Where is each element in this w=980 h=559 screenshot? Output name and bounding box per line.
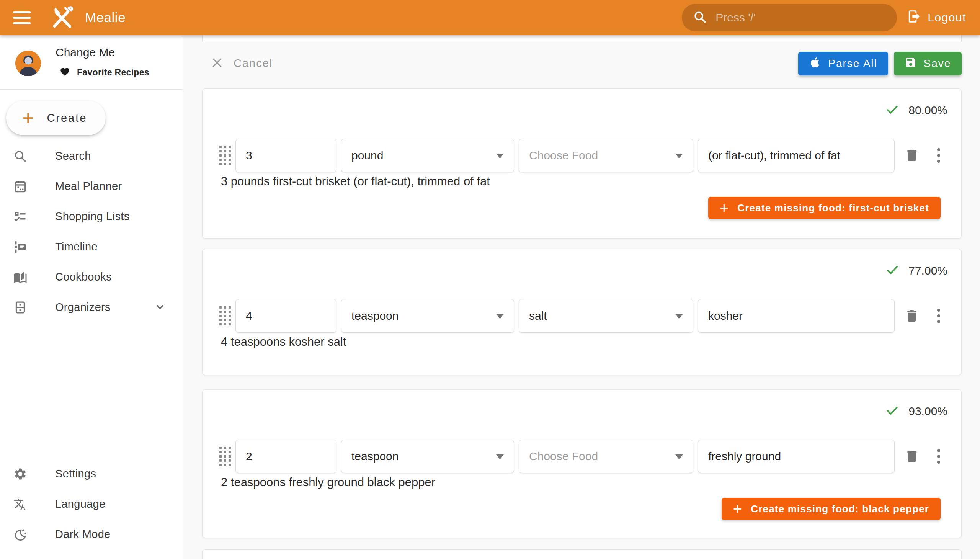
sidebar-item-label: Timeline: [55, 240, 98, 253]
unit-select[interactable]: teaspoon: [341, 299, 514, 333]
sidebar-item-shopping-lists[interactable]: Shopping Lists: [0, 202, 183, 232]
next-ingredient-card: [202, 549, 962, 559]
parse-all-button[interactable]: Parse All: [798, 52, 888, 75]
timeline-icon: [13, 240, 28, 254]
sidebar-item-label: Dark Mode: [55, 528, 111, 541]
note-input[interactable]: [698, 139, 895, 172]
logout-icon: [907, 9, 921, 26]
app-title: Mealie: [85, 10, 126, 25]
delete-button[interactable]: [903, 307, 921, 325]
drag-handle-icon[interactable]: [219, 306, 231, 326]
delete-button[interactable]: [903, 448, 921, 465]
book-open-icon: [13, 270, 28, 284]
sidebar-item-label: Search: [55, 150, 91, 162]
chevron-down-icon: [675, 314, 683, 319]
search-icon: [13, 149, 28, 164]
chevron-down-icon: [496, 154, 504, 159]
sidebar-item-meal-planner[interactable]: Meal Planner: [0, 171, 183, 202]
sidebar-item-label: Organizers: [55, 301, 111, 314]
search-icon: [692, 10, 707, 26]
drag-handle-icon[interactable]: [219, 146, 231, 165]
ingredient-card: 93.00% teaspoon Choose Food 2 teaspoons …: [202, 389, 962, 538]
apple-icon: [809, 56, 821, 71]
search-input[interactable]: [716, 11, 886, 24]
drag-handle-icon[interactable]: [219, 447, 231, 466]
cancel-label: Cancel: [233, 57, 273, 70]
sidebar-item-label: Meal Planner: [55, 180, 122, 193]
more-options-button[interactable]: [933, 448, 944, 465]
sidebar-item-dark-mode[interactable]: Dark Mode: [0, 519, 183, 549]
ingredient-original-text: 3 pounds first-cut brisket (or flat-cut)…: [221, 175, 943, 189]
create-button[interactable]: + Create: [6, 101, 106, 135]
quantity-input[interactable]: [235, 139, 337, 172]
chevron-down-icon: [675, 154, 683, 159]
plus-icon: +: [720, 201, 729, 215]
checklist-icon: [13, 210, 28, 224]
gear-icon: [13, 467, 28, 481]
favorite-recipes-link[interactable]: Favorite Recipes: [60, 67, 149, 78]
sidebar-item-language[interactable]: Language: [0, 489, 183, 519]
logout-button[interactable]: Logout: [907, 9, 966, 26]
app-bar: Mealie Logout: [0, 0, 980, 35]
sidebar-item-timeline[interactable]: Timeline: [0, 232, 183, 262]
delete-button[interactable]: [903, 147, 921, 164]
ingredient-card: 77.00% teaspoon salt 4 teaspoons kosher …: [202, 249, 962, 375]
create-missing-food-button[interactable]: + Create missing food: first-cut brisket: [708, 197, 940, 219]
more-options-button[interactable]: [933, 147, 944, 164]
user-name: Change Me: [56, 46, 115, 59]
sidebar-item-label: Shopping Lists: [55, 210, 129, 223]
translate-icon: [13, 497, 28, 511]
sidebar-item-organizers[interactable]: Organizers: [0, 292, 183, 322]
search-box[interactable]: [682, 4, 897, 31]
chevron-down-icon: [154, 301, 166, 314]
check-icon: [886, 263, 899, 278]
main-content: Cancel Parse All Save 80.00%: [183, 35, 980, 559]
sidebar-bottom-nav: Settings Language Dark Mode: [0, 459, 183, 549]
close-icon: [210, 56, 223, 70]
chevron-down-icon: [496, 314, 504, 319]
plus-icon: +: [22, 109, 34, 127]
app-logo-icon[interactable]: [50, 5, 74, 30]
create-label: Create: [47, 112, 87, 124]
sidebar-item-label: Language: [55, 498, 105, 510]
logout-label: Logout: [927, 11, 966, 24]
favorite-recipes-label: Favorite Recipes: [77, 68, 149, 78]
create-missing-food-label: Create missing food: black pepper: [751, 503, 929, 515]
food-select[interactable]: Choose Food: [519, 139, 693, 172]
sidebar-item-search[interactable]: Search: [0, 141, 183, 171]
quantity-input[interactable]: [235, 299, 337, 333]
sidebar-item-cookbooks[interactable]: Cookbooks: [0, 262, 183, 292]
note-input[interactable]: [698, 440, 895, 473]
moon-icon: [13, 527, 28, 542]
confidence-row: 77.00%: [886, 263, 947, 278]
user-avatar[interactable]: [15, 51, 41, 76]
calendar-icon: [13, 179, 28, 194]
confidence-row: 93.00%: [886, 404, 947, 419]
food-select[interactable]: Choose Food: [519, 440, 693, 473]
ingredient-original-text: 2 teaspoons freshly ground black pepper: [221, 476, 943, 489]
note-input[interactable]: [698, 299, 895, 333]
unit-select[interactable]: pound: [341, 139, 514, 172]
create-missing-food-button[interactable]: + Create missing food: black pepper: [722, 498, 940, 520]
confidence-row: 80.00%: [886, 103, 947, 118]
confidence-value: 80.00%: [909, 104, 947, 117]
food-select[interactable]: salt: [519, 299, 693, 333]
menu-icon[interactable]: [13, 6, 36, 29]
sidebar-divider: [0, 89, 183, 89]
previous-card-edge: [202, 35, 962, 43]
cancel-button[interactable]: Cancel: [210, 52, 273, 74]
parse-all-label: Parse All: [828, 58, 878, 70]
unit-select[interactable]: teaspoon: [341, 440, 514, 473]
confidence-value: 77.00%: [909, 264, 947, 277]
sidebar-item-settings[interactable]: Settings: [0, 459, 183, 489]
plus-icon: +: [733, 502, 743, 516]
confidence-value: 93.00%: [909, 405, 947, 418]
chevron-down-icon: [496, 455, 504, 460]
quantity-input[interactable]: [235, 440, 337, 473]
ingredient-inputs-row: teaspoon salt: [219, 298, 944, 334]
save-button[interactable]: Save: [894, 52, 962, 75]
more-options-button[interactable]: [933, 307, 944, 325]
ingredient-card: 80.00% pound Choose Food 3 pounds first-…: [202, 88, 962, 238]
sidebar-nav: Search Meal Planner: [0, 141, 183, 322]
heart-icon: [60, 67, 70, 78]
